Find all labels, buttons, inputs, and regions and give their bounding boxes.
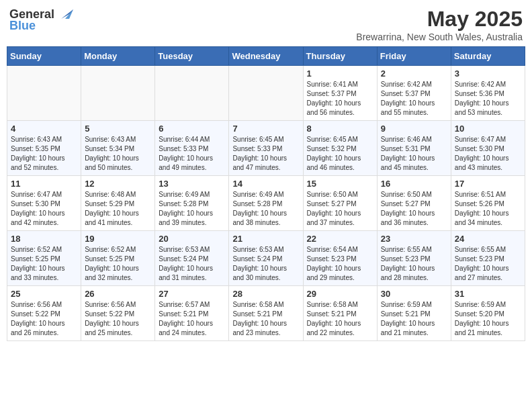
day-number: 1 [307,68,373,79]
month-title: May 2025 [356,7,523,32]
logo: General Blue [9,7,73,33]
calendar-cell: 2Sunrise: 6:42 AM Sunset: 5:37 PM Daylig… [377,66,451,121]
calendar-cell: 15Sunrise: 6:50 AM Sunset: 5:27 PM Dayli… [303,176,377,231]
calendar-cell: 10Sunrise: 6:47 AM Sunset: 5:30 PM Dayli… [451,121,525,176]
day-info: Sunrise: 6:42 AM Sunset: 5:37 PM Dayligh… [381,80,447,118]
day-number: 20 [159,234,225,244]
weekday-header-thursday: Thursday [303,47,377,66]
calendar-cell: 27Sunrise: 6:57 AM Sunset: 5:21 PM Dayli… [155,286,229,341]
day-info: Sunrise: 6:42 AM Sunset: 5:36 PM Dayligh… [455,80,521,118]
day-info: Sunrise: 6:51 AM Sunset: 5:26 PM Dayligh… [455,190,521,228]
calendar-cell: 14Sunrise: 6:49 AM Sunset: 5:28 PM Dayli… [229,176,303,231]
calendar-week-row: 1Sunrise: 6:41 AM Sunset: 5:37 PM Daylig… [7,66,525,121]
day-info: Sunrise: 6:49 AM Sunset: 5:28 PM Dayligh… [232,190,299,228]
day-number: 23 [381,234,447,244]
calendar-cell: 21Sunrise: 6:53 AM Sunset: 5:24 PM Dayli… [229,231,303,286]
day-number: 14 [232,179,299,189]
day-number: 29 [307,289,373,299]
logo-text-blue: Blue [9,19,36,33]
calendar-cell [155,66,229,121]
day-info: Sunrise: 6:55 AM Sunset: 5:23 PM Dayligh… [455,245,521,283]
day-number: 31 [455,289,521,299]
calendar-cell: 3Sunrise: 6:42 AM Sunset: 5:36 PM Daylig… [451,66,525,121]
weekday-header-saturday: Saturday [451,47,525,66]
day-number: 22 [307,234,373,244]
day-number: 19 [85,234,151,244]
day-number: 15 [307,179,373,189]
calendar-cell: 7Sunrise: 6:45 AM Sunset: 5:33 PM Daylig… [229,121,303,176]
calendar-cell: 8Sunrise: 6:45 AM Sunset: 5:32 PM Daylig… [303,121,377,176]
day-info: Sunrise: 6:53 AM Sunset: 5:24 PM Dayligh… [232,245,299,283]
day-number: 26 [85,289,151,299]
day-info: Sunrise: 6:48 AM Sunset: 5:29 PM Dayligh… [85,190,151,228]
day-number: 16 [381,179,447,189]
calendar-cell: 11Sunrise: 6:47 AM Sunset: 5:30 PM Dayli… [7,176,81,231]
day-info: Sunrise: 6:57 AM Sunset: 5:21 PM Dayligh… [159,300,225,338]
day-info: Sunrise: 6:50 AM Sunset: 5:27 PM Dayligh… [381,190,447,228]
calendar-cell: 6Sunrise: 6:44 AM Sunset: 5:33 PM Daylig… [155,121,229,176]
calendar-cell: 25Sunrise: 6:56 AM Sunset: 5:22 PM Dayli… [7,286,81,341]
calendar-cell: 29Sunrise: 6:58 AM Sunset: 5:21 PM Dayli… [303,286,377,341]
calendar-cell [81,66,155,121]
calendar-cell: 9Sunrise: 6:46 AM Sunset: 5:31 PM Daylig… [377,121,451,176]
day-number: 21 [232,234,299,244]
calendar-cell: 4Sunrise: 6:43 AM Sunset: 5:35 PM Daylig… [7,121,81,176]
calendar-table: SundayMondayTuesdayWednesdayThursdayFrid… [7,46,525,341]
calendar-cell [229,66,303,121]
day-number: 28 [232,289,299,299]
calendar-week-row: 18Sunrise: 6:52 AM Sunset: 5:25 PM Dayli… [7,231,525,286]
day-number: 17 [455,179,521,189]
calendar-cell [7,66,81,121]
weekday-header-monday: Monday [81,47,155,66]
day-number: 11 [11,179,77,189]
calendar-cell: 22Sunrise: 6:54 AM Sunset: 5:23 PM Dayli… [303,231,377,286]
day-number: 12 [85,179,151,189]
calendar-week-row: 4Sunrise: 6:43 AM Sunset: 5:35 PM Daylig… [7,121,525,176]
day-info: Sunrise: 6:59 AM Sunset: 5:21 PM Dayligh… [381,300,447,338]
calendar-week-row: 25Sunrise: 6:56 AM Sunset: 5:22 PM Dayli… [7,286,525,341]
calendar-cell: 26Sunrise: 6:56 AM Sunset: 5:22 PM Dayli… [81,286,155,341]
day-number: 8 [307,124,373,134]
day-number: 10 [455,124,521,134]
calendar-cell: 5Sunrise: 6:43 AM Sunset: 5:34 PM Daylig… [81,121,155,176]
calendar-cell: 12Sunrise: 6:48 AM Sunset: 5:29 PM Dayli… [81,176,155,231]
day-info: Sunrise: 6:59 AM Sunset: 5:20 PM Dayligh… [455,300,521,338]
day-info: Sunrise: 6:45 AM Sunset: 5:32 PM Dayligh… [307,135,373,173]
day-info: Sunrise: 6:47 AM Sunset: 5:30 PM Dayligh… [455,135,521,173]
day-number: 18 [11,234,77,244]
calendar-cell: 18Sunrise: 6:52 AM Sunset: 5:25 PM Dayli… [7,231,81,286]
day-number: 24 [455,234,521,244]
day-info: Sunrise: 6:52 AM Sunset: 5:25 PM Dayligh… [11,245,77,283]
calendar-cell: 13Sunrise: 6:49 AM Sunset: 5:28 PM Dayli… [155,176,229,231]
day-info: Sunrise: 6:44 AM Sunset: 5:33 PM Dayligh… [159,135,225,173]
day-info: Sunrise: 6:56 AM Sunset: 5:22 PM Dayligh… [85,300,151,338]
calendar-cell: 19Sunrise: 6:52 AM Sunset: 5:25 PM Dayli… [81,231,155,286]
calendar-cell: 24Sunrise: 6:55 AM Sunset: 5:23 PM Dayli… [451,231,525,286]
weekday-header-row: SundayMondayTuesdayWednesdayThursdayFrid… [7,47,525,66]
day-number: 7 [232,124,299,134]
weekday-header-tuesday: Tuesday [155,47,229,66]
day-number: 30 [381,289,447,299]
calendar-cell: 20Sunrise: 6:53 AM Sunset: 5:24 PM Dayli… [155,231,229,286]
day-number: 27 [159,289,225,299]
page-header: General Blue May 2025 Brewarrina, New So… [7,7,525,42]
weekday-header-wednesday: Wednesday [229,47,303,66]
day-info: Sunrise: 6:46 AM Sunset: 5:31 PM Dayligh… [381,135,447,173]
day-info: Sunrise: 6:43 AM Sunset: 5:35 PM Dayligh… [11,135,77,173]
day-info: Sunrise: 6:50 AM Sunset: 5:27 PM Dayligh… [307,190,373,228]
day-info: Sunrise: 6:58 AM Sunset: 5:21 PM Dayligh… [232,300,299,338]
logo-bird-icon [56,7,73,21]
day-info: Sunrise: 6:43 AM Sunset: 5:34 PM Dayligh… [85,135,151,173]
location-subtitle: Brewarrina, New South Wales, Australia [356,32,523,42]
calendar-cell: 23Sunrise: 6:55 AM Sunset: 5:23 PM Dayli… [377,231,451,286]
calendar-cell: 28Sunrise: 6:58 AM Sunset: 5:21 PM Dayli… [229,286,303,341]
day-info: Sunrise: 6:54 AM Sunset: 5:23 PM Dayligh… [307,245,373,283]
day-number: 25 [11,289,77,299]
day-info: Sunrise: 6:45 AM Sunset: 5:33 PM Dayligh… [232,135,299,173]
calendar-cell: 16Sunrise: 6:50 AM Sunset: 5:27 PM Dayli… [377,176,451,231]
day-info: Sunrise: 6:52 AM Sunset: 5:25 PM Dayligh… [85,245,151,283]
day-info: Sunrise: 6:41 AM Sunset: 5:37 PM Dayligh… [307,80,373,118]
day-info: Sunrise: 6:47 AM Sunset: 5:30 PM Dayligh… [11,190,77,228]
calendar-cell: 31Sunrise: 6:59 AM Sunset: 5:20 PM Dayli… [451,286,525,341]
day-info: Sunrise: 6:53 AM Sunset: 5:24 PM Dayligh… [159,245,225,283]
